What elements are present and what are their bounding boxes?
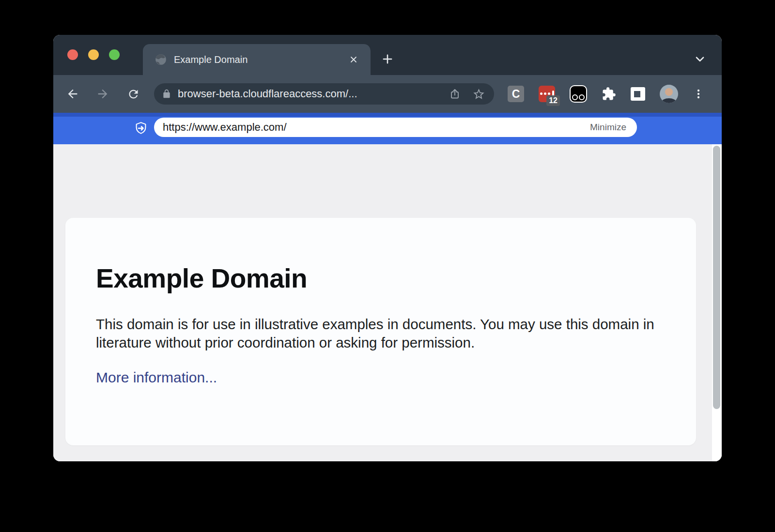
page-viewport: Example Domain This domain is for use in… xyxy=(53,144,722,461)
circle-icon xyxy=(572,94,578,100)
dot-icon xyxy=(540,92,542,95)
two-circles-extension-icon[interactable] xyxy=(570,85,587,103)
content-card: Example Domain This domain is for use in… xyxy=(65,218,696,445)
extensions-row: C 12 xyxy=(508,75,704,113)
more-information-link[interactable]: More information... xyxy=(96,369,217,386)
browser-window: Example Domain xyxy=(53,35,722,461)
password-manager-extension-icon[interactable]: 12 xyxy=(539,86,555,102)
side-panel-icon[interactable] xyxy=(631,87,645,101)
profile-avatar[interactable] xyxy=(660,85,678,103)
browser-menu-icon[interactable] xyxy=(693,88,704,100)
extensions-puzzle-icon[interactable] xyxy=(602,87,616,101)
avatar-head xyxy=(665,88,673,96)
address-bar[interactable]: browser-beta.cloudflareaccess.com/... xyxy=(154,83,494,105)
extension-badge-count: 12 xyxy=(546,95,560,106)
avatar-body xyxy=(662,98,676,103)
circle-icon xyxy=(579,94,585,100)
isolation-address-bar[interactable]: https://www.example.com/ Minimize xyxy=(154,118,637,137)
tab-search-chevron-icon[interactable] xyxy=(690,49,710,69)
close-window-button[interactable] xyxy=(67,49,78,60)
tab-example-domain[interactable]: Example Domain xyxy=(143,44,371,75)
isolation-shield-icon xyxy=(134,121,148,136)
isolation-bar: https://www.example.com/ Minimize xyxy=(53,113,722,144)
bookmark-star-icon[interactable] xyxy=(472,88,485,101)
fullscreen-window-button[interactable] xyxy=(109,49,120,60)
scrollbar-thumb[interactable] xyxy=(713,146,720,409)
back-button[interactable] xyxy=(62,83,83,105)
side-panel-inner xyxy=(634,91,640,97)
minimize-button[interactable]: Minimize xyxy=(590,122,626,133)
browser-toolbar: browser-beta.cloudflareaccess.com/... C xyxy=(53,75,722,113)
lock-icon xyxy=(162,89,171,99)
page-paragraph: This domain is for use in illustrative e… xyxy=(96,315,655,352)
scrollbar-track[interactable] xyxy=(712,144,722,461)
extension-c-icon[interactable]: C xyxy=(508,86,524,102)
globe-favicon-icon xyxy=(155,53,167,66)
tab-close-icon[interactable] xyxy=(346,52,361,67)
window-titlebar[interactable]: Example Domain xyxy=(53,35,722,75)
forward-button[interactable] xyxy=(92,83,113,105)
isolation-url: https://www.example.com/ xyxy=(163,121,590,134)
dot-icon xyxy=(544,92,546,95)
share-icon[interactable] xyxy=(449,88,461,100)
tab-title: Example Domain xyxy=(174,54,346,65)
page-title: Example Domain xyxy=(96,263,667,294)
extension-c-label: C xyxy=(512,88,520,101)
minimize-window-button[interactable] xyxy=(88,49,99,60)
dot-icon xyxy=(548,92,550,95)
address-bar-url: browser-beta.cloudflareaccess.com/... xyxy=(178,88,449,100)
new-tab-button[interactable] xyxy=(377,48,398,70)
reload-button[interactable] xyxy=(123,83,144,105)
window-controls xyxy=(67,49,120,60)
